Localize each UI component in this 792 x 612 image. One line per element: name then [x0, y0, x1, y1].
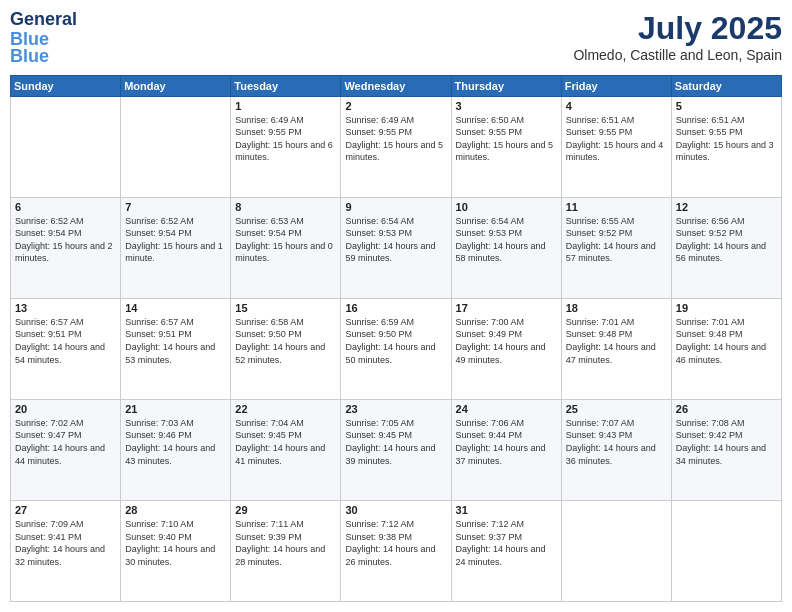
cell-details: Sunrise: 7:01 AM Sunset: 9:48 PM Dayligh…: [676, 316, 777, 366]
calendar-cell: [671, 500, 781, 601]
calendar-cell: 8Sunrise: 6:53 AM Sunset: 9:54 PM Daylig…: [231, 197, 341, 298]
calendar-cell: [11, 96, 121, 197]
day-number: 2: [345, 100, 446, 112]
cell-details: Sunrise: 6:56 AM Sunset: 9:52 PM Dayligh…: [676, 215, 777, 265]
day-number: 17: [456, 302, 557, 314]
cell-details: Sunrise: 6:51 AM Sunset: 9:55 PM Dayligh…: [676, 114, 777, 164]
calendar-cell: 3Sunrise: 6:50 AM Sunset: 9:55 PM Daylig…: [451, 96, 561, 197]
day-number: 3: [456, 100, 557, 112]
calendar-cell: 27Sunrise: 7:09 AM Sunset: 9:41 PM Dayli…: [11, 500, 121, 601]
cell-details: Sunrise: 6:49 AM Sunset: 9:55 PM Dayligh…: [345, 114, 446, 164]
cell-details: Sunrise: 6:54 AM Sunset: 9:53 PM Dayligh…: [456, 215, 557, 265]
day-number: 15: [235, 302, 336, 314]
cell-details: Sunrise: 6:51 AM Sunset: 9:55 PM Dayligh…: [566, 114, 667, 164]
day-number: 9: [345, 201, 446, 213]
day-number: 5: [676, 100, 777, 112]
calendar-cell: 13Sunrise: 6:57 AM Sunset: 9:51 PM Dayli…: [11, 298, 121, 399]
day-number: 18: [566, 302, 667, 314]
title-block: July 2025 Olmedo, Castille and Leon, Spa…: [573, 10, 782, 63]
day-number: 22: [235, 403, 336, 415]
calendar-day-header: Thursday: [451, 75, 561, 96]
calendar-cell: 16Sunrise: 6:59 AM Sunset: 9:50 PM Dayli…: [341, 298, 451, 399]
calendar-week-row: 27Sunrise: 7:09 AM Sunset: 9:41 PM Dayli…: [11, 500, 782, 601]
cell-details: Sunrise: 6:52 AM Sunset: 9:54 PM Dayligh…: [125, 215, 226, 265]
day-number: 30: [345, 504, 446, 516]
cell-details: Sunrise: 7:10 AM Sunset: 9:40 PM Dayligh…: [125, 518, 226, 568]
calendar-cell: 15Sunrise: 6:58 AM Sunset: 9:50 PM Dayli…: [231, 298, 341, 399]
calendar-day-header: Sunday: [11, 75, 121, 96]
cell-details: Sunrise: 7:04 AM Sunset: 9:45 PM Dayligh…: [235, 417, 336, 467]
calendar-cell: [121, 96, 231, 197]
cell-details: Sunrise: 7:12 AM Sunset: 9:37 PM Dayligh…: [456, 518, 557, 568]
day-number: 21: [125, 403, 226, 415]
cell-details: Sunrise: 6:55 AM Sunset: 9:52 PM Dayligh…: [566, 215, 667, 265]
calendar-cell: 29Sunrise: 7:11 AM Sunset: 9:39 PM Dayli…: [231, 500, 341, 601]
day-number: 14: [125, 302, 226, 314]
cell-details: Sunrise: 6:50 AM Sunset: 9:55 PM Dayligh…: [456, 114, 557, 164]
cell-details: Sunrise: 7:02 AM Sunset: 9:47 PM Dayligh…: [15, 417, 116, 467]
day-number: 29: [235, 504, 336, 516]
cell-details: Sunrise: 7:03 AM Sunset: 9:46 PM Dayligh…: [125, 417, 226, 467]
calendar-cell: 2Sunrise: 6:49 AM Sunset: 9:55 PM Daylig…: [341, 96, 451, 197]
cell-details: Sunrise: 7:05 AM Sunset: 9:45 PM Dayligh…: [345, 417, 446, 467]
calendar-week-row: 6Sunrise: 6:52 AM Sunset: 9:54 PM Daylig…: [11, 197, 782, 298]
day-number: 13: [15, 302, 116, 314]
day-number: 19: [676, 302, 777, 314]
calendar-cell: 19Sunrise: 7:01 AM Sunset: 9:48 PM Dayli…: [671, 298, 781, 399]
day-number: 28: [125, 504, 226, 516]
calendar-cell: 24Sunrise: 7:06 AM Sunset: 9:44 PM Dayli…: [451, 399, 561, 500]
calendar-cell: 25Sunrise: 7:07 AM Sunset: 9:43 PM Dayli…: [561, 399, 671, 500]
cell-details: Sunrise: 6:49 AM Sunset: 9:55 PM Dayligh…: [235, 114, 336, 164]
cell-details: Sunrise: 7:11 AM Sunset: 9:39 PM Dayligh…: [235, 518, 336, 568]
calendar-cell: 9Sunrise: 6:54 AM Sunset: 9:53 PM Daylig…: [341, 197, 451, 298]
day-number: 6: [15, 201, 116, 213]
calendar-cell: 23Sunrise: 7:05 AM Sunset: 9:45 PM Dayli…: [341, 399, 451, 500]
calendar-cell: 31Sunrise: 7:12 AM Sunset: 9:37 PM Dayli…: [451, 500, 561, 601]
header: GeneralBlue Blue July 2025 Olmedo, Casti…: [10, 10, 782, 67]
cell-details: Sunrise: 6:52 AM Sunset: 9:54 PM Dayligh…: [15, 215, 116, 265]
calendar-cell: 1Sunrise: 6:49 AM Sunset: 9:55 PM Daylig…: [231, 96, 341, 197]
day-number: 11: [566, 201, 667, 213]
cell-details: Sunrise: 6:54 AM Sunset: 9:53 PM Dayligh…: [345, 215, 446, 265]
day-number: 10: [456, 201, 557, 213]
day-number: 16: [345, 302, 446, 314]
day-number: 1: [235, 100, 336, 112]
day-number: 25: [566, 403, 667, 415]
calendar-cell: 30Sunrise: 7:12 AM Sunset: 9:38 PM Dayli…: [341, 500, 451, 601]
calendar-day-header: Saturday: [671, 75, 781, 96]
calendar-day-header: Wednesday: [341, 75, 451, 96]
calendar-week-row: 20Sunrise: 7:02 AM Sunset: 9:47 PM Dayli…: [11, 399, 782, 500]
day-number: 20: [15, 403, 116, 415]
calendar-cell: 22Sunrise: 7:04 AM Sunset: 9:45 PM Dayli…: [231, 399, 341, 500]
day-number: 31: [456, 504, 557, 516]
calendar-table: SundayMondayTuesdayWednesdayThursdayFrid…: [10, 75, 782, 602]
cell-details: Sunrise: 7:00 AM Sunset: 9:49 PM Dayligh…: [456, 316, 557, 366]
calendar-day-header: Friday: [561, 75, 671, 96]
calendar-cell: 28Sunrise: 7:10 AM Sunset: 9:40 PM Dayli…: [121, 500, 231, 601]
calendar-cell: 26Sunrise: 7:08 AM Sunset: 9:42 PM Dayli…: [671, 399, 781, 500]
cell-details: Sunrise: 6:59 AM Sunset: 9:50 PM Dayligh…: [345, 316, 446, 366]
cell-details: Sunrise: 7:06 AM Sunset: 9:44 PM Dayligh…: [456, 417, 557, 467]
cell-details: Sunrise: 6:58 AM Sunset: 9:50 PM Dayligh…: [235, 316, 336, 366]
subtitle: Olmedo, Castille and Leon, Spain: [573, 47, 782, 63]
day-number: 4: [566, 100, 667, 112]
day-number: 8: [235, 201, 336, 213]
logo-text: GeneralBlue: [10, 10, 77, 50]
calendar-cell: 17Sunrise: 7:00 AM Sunset: 9:49 PM Dayli…: [451, 298, 561, 399]
cell-details: Sunrise: 7:12 AM Sunset: 9:38 PM Dayligh…: [345, 518, 446, 568]
calendar-week-row: 13Sunrise: 6:57 AM Sunset: 9:51 PM Dayli…: [11, 298, 782, 399]
calendar-cell: 11Sunrise: 6:55 AM Sunset: 9:52 PM Dayli…: [561, 197, 671, 298]
calendar-cell: 7Sunrise: 6:52 AM Sunset: 9:54 PM Daylig…: [121, 197, 231, 298]
cell-details: Sunrise: 7:07 AM Sunset: 9:43 PM Dayligh…: [566, 417, 667, 467]
calendar-cell: 20Sunrise: 7:02 AM Sunset: 9:47 PM Dayli…: [11, 399, 121, 500]
cell-details: Sunrise: 6:53 AM Sunset: 9:54 PM Dayligh…: [235, 215, 336, 265]
calendar-cell: 4Sunrise: 6:51 AM Sunset: 9:55 PM Daylig…: [561, 96, 671, 197]
calendar-cell: 5Sunrise: 6:51 AM Sunset: 9:55 PM Daylig…: [671, 96, 781, 197]
calendar-cell: 12Sunrise: 6:56 AM Sunset: 9:52 PM Dayli…: [671, 197, 781, 298]
cell-details: Sunrise: 7:09 AM Sunset: 9:41 PM Dayligh…: [15, 518, 116, 568]
calendar-cell: 21Sunrise: 7:03 AM Sunset: 9:46 PM Dayli…: [121, 399, 231, 500]
calendar-header-row: SundayMondayTuesdayWednesdayThursdayFrid…: [11, 75, 782, 96]
logo-blue: Blue: [10, 46, 49, 67]
calendar-cell: 14Sunrise: 6:57 AM Sunset: 9:51 PM Dayli…: [121, 298, 231, 399]
day-number: 23: [345, 403, 446, 415]
